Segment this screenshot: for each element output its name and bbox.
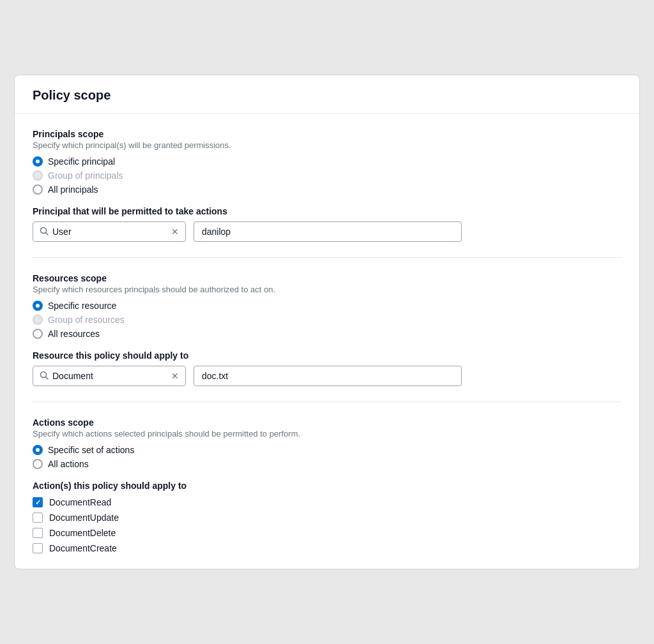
radio-circle-group-of-principals	[33, 170, 43, 181]
checkbox-label-doc-delete: DocumentDelete	[49, 528, 116, 538]
radio-all-resources[interactable]: All resources	[33, 329, 621, 339]
principal-search-input[interactable]	[52, 227, 169, 237]
radio-all-principals[interactable]: All principals	[33, 184, 621, 195]
radio-group-of-principals[interactable]: Group of principals	[33, 170, 621, 181]
principal-input-title: Principal that will be permitted to take…	[33, 206, 621, 216]
radio-specific-principal[interactable]: Specific principal	[33, 156, 621, 167]
page-title: Policy scope	[33, 88, 621, 103]
radio-label-specific-principal: Specific principal	[48, 156, 115, 167]
svg-line-3	[46, 377, 49, 379]
checkbox-box-doc-create	[33, 543, 43, 553]
principal-text-input[interactable]	[194, 221, 462, 242]
resource-search-icon	[40, 371, 49, 382]
radio-circle-all-actions	[33, 459, 43, 469]
resource-input-row: ✕	[33, 366, 621, 386]
radio-label-group-of-principals: Group of principals	[48, 170, 123, 181]
principals-scope-section: Principals scope Specify which principal…	[33, 129, 621, 242]
principal-clear-icon[interactable]: ✕	[171, 227, 179, 237]
actions-scope-subtitle: Specify which actions selected principal…	[33, 429, 621, 438]
actions-checkbox-group: DocumentRead DocumentUpdate DocumentDele…	[33, 497, 621, 553]
resources-radio-group: Specific resource Group of resources All…	[33, 301, 621, 339]
checkbox-box-doc-delete	[33, 528, 43, 538]
radio-label-specific-resource: Specific resource	[48, 301, 116, 311]
resources-scope-section: Resources scope Specify which resources …	[33, 273, 621, 386]
principals-scope-title: Principals scope	[33, 129, 621, 139]
svg-line-1	[46, 232, 49, 235]
checkbox-doc-create[interactable]: DocumentCreate	[33, 543, 621, 553]
divider-2	[33, 401, 621, 402]
radio-group-of-resources[interactable]: Group of resources	[33, 315, 621, 325]
radio-all-actions[interactable]: All actions	[33, 459, 621, 469]
radio-circle-specific-resource	[33, 301, 43, 311]
radio-label-all-resources: All resources	[48, 329, 100, 339]
principals-radio-group: Specific principal Group of principals A…	[33, 156, 621, 195]
divider-1	[33, 257, 621, 258]
principal-input-row: ✕	[33, 221, 621, 242]
checkbox-label-doc-create: DocumentCreate	[49, 543, 117, 553]
resources-scope-title: Resources scope	[33, 273, 621, 283]
radio-circle-all-resources	[33, 329, 43, 339]
resource-input-title: Resource this policy should apply to	[33, 350, 621, 361]
checkbox-doc-update[interactable]: DocumentUpdate	[33, 513, 621, 523]
resource-clear-icon[interactable]: ✕	[171, 371, 179, 381]
checkbox-label-doc-update: DocumentUpdate	[49, 513, 119, 523]
resources-scope-subtitle: Specify which resources principals shoul…	[33, 285, 621, 294]
radio-circle-specific-set	[33, 445, 43, 455]
resource-search-input[interactable]	[52, 371, 169, 381]
radio-circle-group-of-resources	[33, 315, 43, 325]
policy-scope-card: Policy scope Principals scope Specify wh…	[14, 75, 640, 569]
checkbox-label-doc-read: DocumentRead	[49, 497, 111, 507]
radio-specific-resource[interactable]: Specific resource	[33, 301, 621, 311]
card-body: Principals scope Specify which principal…	[15, 114, 639, 569]
checkbox-doc-delete[interactable]: DocumentDelete	[33, 528, 621, 538]
radio-label-specific-set: Specific set of actions	[48, 445, 134, 455]
radio-label-group-of-resources: Group of resources	[48, 315, 125, 325]
checkbox-box-doc-update	[33, 513, 43, 523]
resource-search-wrapper: ✕	[33, 366, 186, 386]
resource-text-input[interactable]	[194, 366, 462, 386]
radio-label-all-principals: All principals	[48, 184, 98, 195]
actions-scope-section: Actions scope Specify which actions sele…	[33, 417, 621, 553]
actions-checkbox-title: Action(s) this policy should apply to	[33, 481, 621, 491]
principal-search-icon	[40, 227, 49, 237]
radio-circle-all-principals	[33, 184, 43, 195]
principal-search-wrapper: ✕	[33, 221, 186, 242]
checkbox-box-doc-read	[33, 497, 43, 507]
checkbox-doc-read[interactable]: DocumentRead	[33, 497, 621, 507]
radio-specific-set-of-actions[interactable]: Specific set of actions	[33, 445, 621, 455]
radio-label-all-actions: All actions	[48, 459, 89, 469]
card-header: Policy scope	[15, 75, 639, 114]
radio-circle-specific-principal	[33, 156, 43, 167]
actions-radio-group: Specific set of actions All actions	[33, 445, 621, 469]
principals-scope-subtitle: Specify which principal(s) will be grant…	[33, 140, 621, 150]
actions-scope-title: Actions scope	[33, 417, 621, 428]
